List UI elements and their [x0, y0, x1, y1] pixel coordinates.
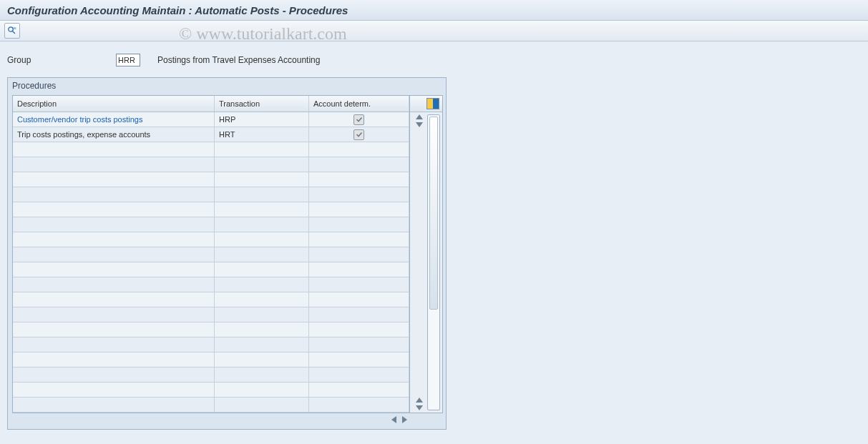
- cell-empty: [309, 277, 409, 292]
- table-row-empty[interactable]: [13, 398, 409, 413]
- titlebar: Configuration Accounting Maintain : Auto…: [0, 0, 868, 21]
- cell-empty: [215, 187, 309, 202]
- cell-empty: [215, 292, 309, 307]
- table-row-empty[interactable]: [13, 292, 409, 307]
- table-row-empty[interactable]: [13, 262, 409, 277]
- cell-empty: [13, 292, 215, 307]
- content-area: Group Postings from Travel Expenses Acco…: [0, 41, 868, 437]
- cell-empty: [309, 247, 409, 262]
- column-header-description[interactable]: Description: [13, 96, 215, 112]
- cell-empty: [215, 307, 309, 322]
- cell-empty: [215, 398, 309, 412]
- cell-empty: [215, 217, 309, 232]
- group-field-row: Group Postings from Travel Expenses Acco…: [7, 51, 861, 69]
- app-toolbar: [0, 21, 868, 41]
- cell-account-determ: [309, 112, 409, 127]
- grid-body: Customer/vendor trip costs postingsHRPTr…: [13, 112, 409, 413]
- cell-empty: [309, 157, 409, 172]
- cell-empty: [13, 157, 215, 172]
- cell-empty: [309, 398, 409, 412]
- cell-empty: [215, 247, 309, 262]
- grid-side-controls: [409, 95, 443, 413]
- cell-empty: [13, 202, 215, 217]
- detail-view-button[interactable]: [4, 23, 20, 39]
- cell-empty: [13, 217, 215, 232]
- scroll-left-icon[interactable]: [391, 416, 396, 423]
- cell-empty: [13, 383, 215, 397]
- cell-empty: [215, 337, 309, 352]
- cell-empty: [215, 232, 309, 247]
- cell-empty: [215, 157, 309, 172]
- table-row-empty[interactable]: [13, 247, 409, 262]
- table-row-empty[interactable]: [13, 172, 409, 187]
- cell-empty: [13, 322, 215, 337]
- cell-empty: [215, 383, 309, 397]
- column-header-transaction[interactable]: Transaction: [215, 96, 309, 112]
- table-row[interactable]: Customer/vendor trip costs postingsHRP: [13, 112, 409, 127]
- table-row-empty[interactable]: [13, 232, 409, 247]
- group-description: Postings from Travel Expenses Accounting: [157, 55, 320, 65]
- table-row-empty[interactable]: [13, 217, 409, 232]
- scroll-step-arrows: [414, 114, 424, 410]
- cell-description[interactable]: Customer/vendor trip costs postings: [13, 112, 215, 127]
- cell-transaction: HRT: [215, 127, 309, 142]
- table-row-empty[interactable]: [13, 187, 409, 202]
- svg-line-1: [13, 31, 16, 34]
- cell-description: Trip costs postings, expense accounts: [13, 127, 215, 142]
- table-row[interactable]: Trip costs postings, expense accountsHRT: [13, 127, 409, 142]
- cell-empty: [215, 262, 309, 277]
- scroll-line-down-icon[interactable]: [416, 405, 423, 410]
- scroll-line-up-icon[interactable]: [416, 114, 423, 119]
- cell-empty: [309, 337, 409, 352]
- table-settings-button[interactable]: [410, 96, 442, 112]
- scroll-right-icon[interactable]: [402, 416, 407, 423]
- cell-empty: [309, 383, 409, 397]
- cell-empty: [215, 367, 309, 382]
- cell-empty: [309, 307, 409, 322]
- table-row-empty[interactable]: [13, 322, 409, 337]
- svg-rect-2: [14, 27, 16, 29]
- table-row-empty[interactable]: [13, 307, 409, 322]
- column-header-account-determ[interactable]: Account determ.: [309, 96, 409, 112]
- scroll-line-up-bottom-icon[interactable]: [416, 398, 423, 403]
- cell-empty: [13, 247, 215, 262]
- cell-empty: [13, 367, 215, 382]
- procedures-grid-wrap: Description Transaction Account determ. …: [12, 95, 442, 413]
- cell-empty: [309, 322, 409, 337]
- cell-empty: [13, 142, 215, 157]
- table-row-empty[interactable]: [13, 337, 409, 352]
- vertical-scroll-thumb[interactable]: [429, 117, 438, 310]
- cell-empty: [309, 187, 409, 202]
- vertical-scrollbar[interactable]: [427, 114, 440, 410]
- cell-empty: [13, 398, 215, 412]
- table-row-empty[interactable]: [13, 202, 409, 217]
- detail-view-icon: [7, 26, 17, 36]
- cell-empty: [309, 202, 409, 217]
- cell-account-determ: [309, 127, 409, 142]
- cell-empty: [309, 172, 409, 187]
- cell-transaction: HRP: [215, 112, 309, 127]
- table-row-empty[interactable]: [13, 352, 409, 367]
- table-row-empty[interactable]: [13, 157, 409, 172]
- cell-empty: [13, 187, 215, 202]
- cell-empty: [309, 352, 409, 367]
- cell-empty: [309, 142, 409, 157]
- cell-empty: [13, 307, 215, 322]
- group-label: Group: [7, 55, 116, 65]
- cell-empty: [309, 367, 409, 382]
- checkbox-readonly: [353, 114, 364, 125]
- table-row-empty[interactable]: [13, 142, 409, 157]
- scroll-line-down-top-icon[interactable]: [416, 122, 423, 127]
- cell-empty: [13, 277, 215, 292]
- group-input[interactable]: [116, 54, 140, 66]
- table-settings-icon: [426, 98, 439, 109]
- window-title: Configuration Accounting Maintain : Auto…: [7, 4, 348, 16]
- table-row-empty[interactable]: [13, 383, 409, 398]
- table-row-empty[interactable]: [13, 367, 409, 383]
- checkbox-readonly: [353, 129, 364, 140]
- table-row-empty[interactable]: [13, 277, 409, 292]
- cell-empty: [309, 217, 409, 232]
- cell-empty: [13, 232, 215, 247]
- procedures-panel: Procedures Description Transaction Accou…: [7, 77, 447, 430]
- grid-vertical-scroll: [410, 112, 442, 413]
